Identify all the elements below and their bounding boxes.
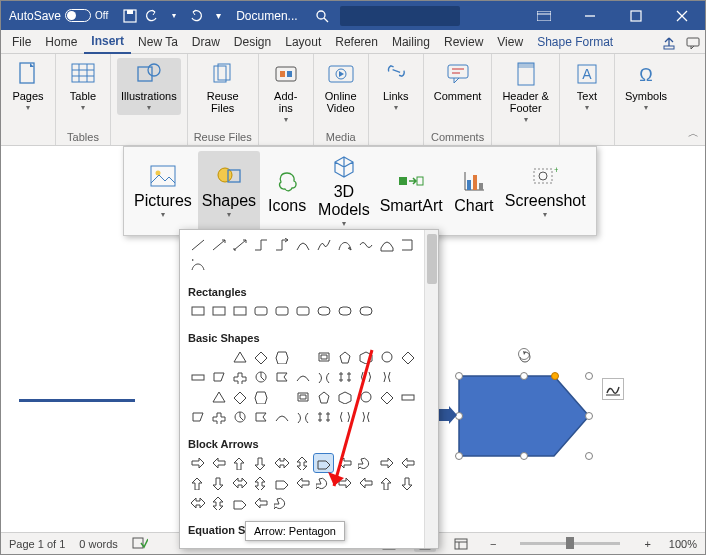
shape-option[interactable] (230, 236, 249, 254)
maximize-button[interactable] (613, 1, 659, 30)
shape-option[interactable] (314, 388, 333, 406)
shape-option[interactable] (188, 348, 207, 366)
shape-option[interactable] (272, 302, 291, 320)
comment-button[interactable]: Comment (430, 58, 486, 104)
tab-new[interactable]: New Ta (131, 31, 185, 53)
shape-option[interactable] (314, 474, 333, 492)
shape-option[interactable] (314, 236, 333, 254)
shape-option[interactable] (356, 388, 375, 406)
shape-option[interactable] (230, 454, 249, 472)
shape-option[interactable] (188, 474, 207, 492)
shape-option[interactable] (251, 388, 270, 406)
shape-option[interactable] (188, 388, 207, 406)
screenshot-button[interactable]: + Screenshot▾ (501, 151, 590, 231)
shape-option[interactable] (293, 454, 312, 472)
shape-option[interactable] (377, 348, 396, 366)
page-indicator[interactable]: Page 1 of 1 (9, 538, 65, 550)
spellcheck-icon[interactable] (132, 536, 148, 552)
shape-option[interactable] (293, 388, 312, 406)
online-video-button[interactable]: Online Video (320, 58, 362, 116)
layout-options-button[interactable] (602, 378, 624, 400)
close-button[interactable] (659, 1, 705, 30)
shape-option[interactable] (398, 454, 417, 472)
shape-option[interactable] (251, 454, 270, 472)
search-button[interactable] (312, 6, 332, 26)
shape-option[interactable] (314, 454, 333, 472)
header-footer-button[interactable]: Header & Footer▾ (498, 58, 552, 127)
shape-option[interactable] (230, 408, 249, 426)
collapse-ribbon-icon[interactable]: ︿ (688, 126, 699, 141)
links-button[interactable]: Links▾ (375, 58, 417, 115)
rotation-handle[interactable] (518, 348, 530, 360)
shape-option[interactable] (356, 474, 375, 492)
tab-review[interactable]: Review (437, 31, 490, 53)
shape-option[interactable] (272, 408, 291, 426)
shape-option[interactable] (314, 368, 333, 386)
shape-option[interactable] (188, 494, 207, 512)
shape-option[interactable] (335, 368, 354, 386)
resize-handle[interactable] (455, 452, 463, 460)
shape-option[interactable] (398, 236, 417, 254)
shape-option[interactable] (335, 388, 354, 406)
tab-references[interactable]: Referen (328, 31, 385, 53)
tab-design[interactable]: Design (227, 31, 278, 53)
minimize-button[interactable] (567, 1, 613, 30)
ribbon-display-options-icon[interactable] (521, 1, 567, 30)
autosave-toggle[interactable]: AutoSave Off (1, 9, 116, 23)
shape-option[interactable] (209, 302, 228, 320)
icons-button[interactable]: Icons (262, 151, 312, 231)
reuse-files-button[interactable]: Reuse Files (202, 58, 244, 116)
shape-option[interactable] (356, 454, 375, 472)
zoom-slider[interactable] (520, 542, 620, 545)
resize-handle[interactable] (585, 372, 593, 380)
tab-insert[interactable]: Insert (84, 30, 131, 54)
illustrations-button[interactable]: Illustrations▾ (117, 58, 181, 115)
shape-option[interactable] (398, 388, 417, 406)
shape-option[interactable] (335, 302, 354, 320)
share-icon[interactable] (657, 36, 681, 53)
shape-option[interactable] (356, 348, 375, 366)
zoom-in-button[interactable]: + (640, 538, 654, 550)
shape-option[interactable] (398, 474, 417, 492)
shape-option[interactable] (188, 368, 207, 386)
adjustment-handle[interactable] (551, 372, 559, 380)
shape-option[interactable] (398, 348, 417, 366)
zoom-level[interactable]: 100% (669, 538, 697, 550)
shape-option[interactable] (230, 494, 249, 512)
table-button[interactable]: Table▾ (62, 58, 104, 115)
shape-option[interactable] (251, 494, 270, 512)
resize-handle[interactable] (520, 372, 528, 380)
addins-button[interactable]: Add- ins▾ (265, 58, 307, 127)
shape-option[interactable] (209, 408, 228, 426)
zoom-slider-thumb[interactable] (566, 537, 574, 549)
gallery-scrollbar[interactable] (424, 230, 438, 548)
shape-option[interactable] (314, 348, 333, 366)
shape-option[interactable] (398, 368, 417, 386)
resize-handle[interactable] (585, 452, 593, 460)
shape-option[interactable] (377, 474, 396, 492)
text-button[interactable]: A Text▾ (566, 58, 608, 115)
shape-option[interactable] (293, 348, 312, 366)
shape-option[interactable] (188, 454, 207, 472)
shape-option[interactable] (335, 348, 354, 366)
tab-home[interactable]: Home (38, 31, 84, 53)
shape-option[interactable] (272, 348, 291, 366)
shape-option[interactable] (272, 474, 291, 492)
shape-option[interactable] (293, 408, 312, 426)
shape-option[interactable] (293, 302, 312, 320)
shape-option[interactable] (230, 388, 249, 406)
web-layout-icon[interactable] (450, 536, 472, 552)
shape-option[interactable] (335, 454, 354, 472)
resize-handle[interactable] (455, 372, 463, 380)
shape-option[interactable] (188, 256, 207, 274)
smartart-button[interactable]: SmartArt (376, 151, 447, 231)
shape-option[interactable] (209, 236, 228, 254)
resize-handle[interactable] (520, 452, 528, 460)
shape-option[interactable] (209, 348, 228, 366)
shape-option[interactable] (230, 474, 249, 492)
shape-option[interactable] (377, 388, 396, 406)
comments-icon[interactable] (681, 36, 705, 53)
shape-option[interactable] (188, 408, 207, 426)
selected-shape-pentagon-arrow[interactable] (459, 376, 589, 456)
shape-option[interactable] (251, 302, 270, 320)
